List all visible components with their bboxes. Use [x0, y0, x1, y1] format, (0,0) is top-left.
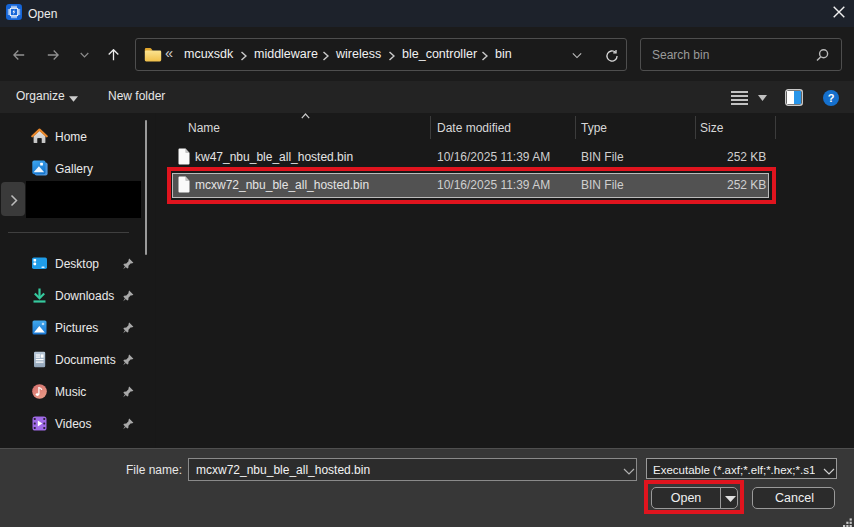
svg-text:?: ?	[828, 92, 835, 104]
